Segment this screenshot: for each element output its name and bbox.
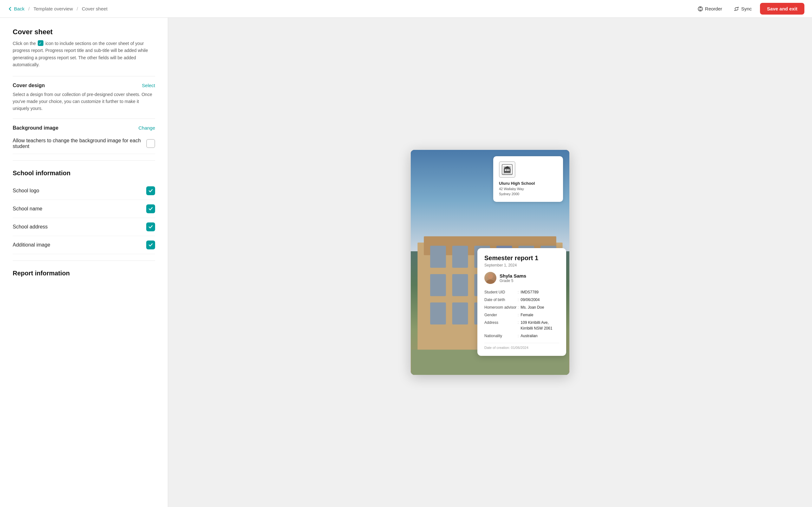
school-name: Uluru High School <box>499 181 557 186</box>
divider-3 <box>13 160 155 161</box>
school-logo-svg: ULURU HIGH SCHOOL <box>502 164 513 175</box>
svg-rect-4 <box>452 245 468 268</box>
school-name-label: School name <box>13 206 42 212</box>
inline-checkbox-icon <box>38 40 44 46</box>
info-separator: : <box>518 297 519 302</box>
svg-point-31 <box>486 279 495 284</box>
school-address-line2: Sydney 2000 <box>499 191 557 197</box>
sync-label: Sync <box>741 6 752 11</box>
svg-rect-9 <box>430 274 446 296</box>
info-value: 09/06/2004 <box>520 297 540 302</box>
bg-image-label: Background image <box>13 125 58 131</box>
chevron-left-icon <box>8 6 13 11</box>
info-row: Date of birth : 09/06/2004 <box>484 296 559 303</box>
info-row: Homeroom advisor : Ms. Joan Doe <box>484 303 559 311</box>
main-info-card: Semester report 1 September 1, 2024 Shyl… <box>477 248 566 356</box>
bg-image-change-button[interactable]: Change <box>138 125 155 130</box>
info-label: Address <box>484 320 518 331</box>
left-panel: Cover sheet Click on the icon to include… <box>0 18 168 507</box>
additional-image-row: Additional image <box>13 236 155 254</box>
svg-point-30 <box>488 274 493 279</box>
background-image-row: Background image Change <box>13 125 155 131</box>
right-panel: ULURU HIGH SCHOOL Uluru High School <box>168 18 812 507</box>
breadcrumb-current: Cover sheet <box>82 6 107 11</box>
school-logo-box: ULURU HIGH SCHOOL <box>499 161 515 178</box>
school-address-label: School address <box>13 224 48 230</box>
topnav: Back / Template overview / Cover sheet R… <box>0 0 812 18</box>
info-value: Female <box>520 312 533 318</box>
report-title: Semester report 1 <box>484 255 559 262</box>
additional-image-label: Additional image <box>13 242 50 248</box>
back-button[interactable]: Back <box>8 6 24 11</box>
info-label: Date of birth <box>484 297 518 302</box>
svg-rect-26 <box>507 169 508 171</box>
school-info-heading: School information <box>13 170 155 177</box>
report-date: September 1, 2024 <box>484 263 559 268</box>
reorder-label: Reorder <box>705 6 722 11</box>
cover-design-select-button[interactable]: Select <box>142 83 155 88</box>
student-name: Shyla Sams <box>500 273 526 279</box>
back-label: Back <box>14 6 24 11</box>
svg-rect-15 <box>430 302 446 325</box>
info-label: Homeroom advisor <box>484 304 518 310</box>
info-table: Student UID : IMDS7789 Date of birth : 0… <box>484 288 559 340</box>
reorder-icon <box>698 6 703 12</box>
report-info-heading: Report information <box>13 270 155 277</box>
breadcrumb: Back / Template overview / Cover sheet <box>8 6 694 11</box>
student-avatar <box>484 272 496 284</box>
info-row: Nationality : Australian <box>484 332 559 340</box>
avatar-svg <box>484 272 496 284</box>
divider-2 <box>13 118 155 119</box>
sync-icon <box>734 6 740 12</box>
info-separator: : <box>518 304 519 310</box>
info-separator: : <box>518 320 519 331</box>
info-separator: : <box>518 289 519 295</box>
check-icon <box>148 188 153 193</box>
school-address-checkbox[interactable] <box>146 222 155 231</box>
info-label: Gender <box>484 312 518 318</box>
save-exit-button[interactable]: Save and exit <box>760 3 804 14</box>
student-grade: Grade 5 <box>500 279 526 283</box>
info-row: Student UID : IMDS7789 <box>484 288 559 296</box>
main-layout: Cover sheet Click on the icon to include… <box>0 0 812 507</box>
date-creation: Date of creation: 01/06/2024 <box>484 343 559 349</box>
info-value: IMDS7789 <box>520 289 539 295</box>
allow-teachers-label: Allow teachers to change the background … <box>13 138 146 149</box>
breadcrumb-separator2: / <box>77 6 78 11</box>
page-title: Cover sheet <box>13 28 155 36</box>
school-address-row: School address <box>13 218 155 236</box>
cover-design-row: Cover design Select <box>13 83 155 89</box>
check-icon-2 <box>148 206 153 211</box>
svg-rect-3 <box>430 245 446 268</box>
cover-design-desc: Select a design from our collection of p… <box>13 91 155 112</box>
school-name-row: School name <box>13 200 155 218</box>
info-value: Ms. Joan Doe <box>520 304 544 310</box>
svg-text:HIGH SCHOOL: HIGH SCHOOL <box>503 173 512 175</box>
school-address-line1: 42 Wallaby Way <box>499 186 557 192</box>
school-logo-checkbox[interactable] <box>146 186 155 195</box>
cover-preview: ULURU HIGH SCHOOL Uluru High School <box>411 150 569 375</box>
info-value: Australian <box>520 333 537 339</box>
info-label: Nationality <box>484 333 518 339</box>
school-info-card: ULURU HIGH SCHOOL Uluru High School <box>493 156 563 202</box>
sync-button[interactable]: Sync <box>730 4 755 14</box>
divider-4 <box>13 261 155 261</box>
school-name-checkbox[interactable] <box>146 205 155 213</box>
school-logo-area: ULURU HIGH SCHOOL <box>499 161 557 178</box>
info-label: Student UID <box>484 289 518 295</box>
additional-image-checkbox[interactable] <box>146 240 155 249</box>
svg-rect-27 <box>508 169 510 171</box>
page-description: Click on the icon to include sections on… <box>13 39 155 68</box>
info-row: Address : 109 Kirribilli Ave, Kirribilli… <box>484 319 559 332</box>
svg-rect-10 <box>452 274 468 296</box>
divider-1 <box>13 76 155 76</box>
student-info: Shyla Sams Grade 5 <box>500 273 526 283</box>
school-name-block: Uluru High School 42 Wallaby Way Sydney … <box>499 181 557 197</box>
allow-teachers-checkbox[interactable] <box>146 139 155 148</box>
school-logo-label: School logo <box>13 188 39 193</box>
cover-design-label: Cover design <box>13 83 45 89</box>
breadcrumb-separator: / <box>28 6 30 11</box>
reorder-button[interactable]: Reorder <box>694 4 725 14</box>
breadcrumb-parent: Template overview <box>34 6 73 11</box>
info-value: 109 Kirribilli Ave, Kirribilli NSW 2061 <box>520 320 559 331</box>
